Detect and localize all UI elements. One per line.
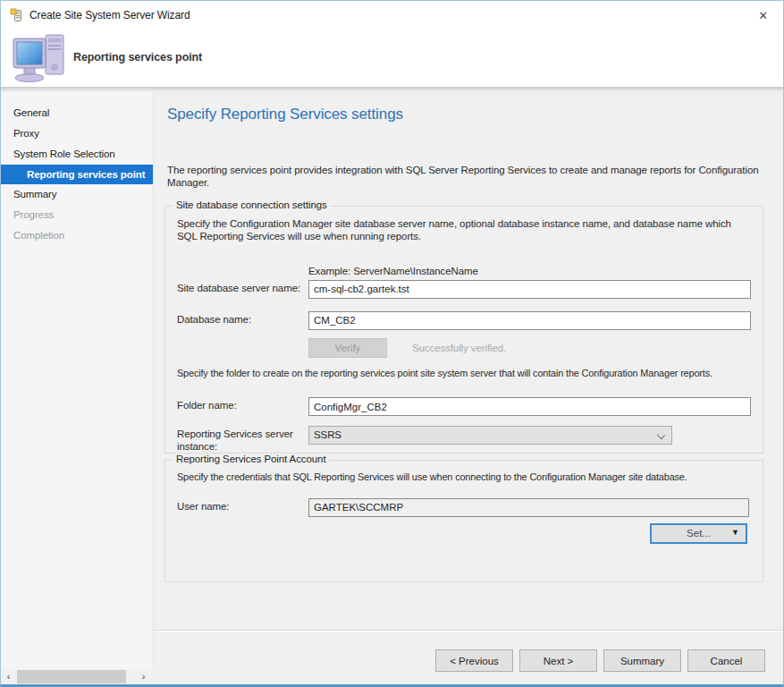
server-name-input[interactable] — [308, 280, 751, 299]
chevron-down-icon — [657, 431, 665, 439]
set-button-label: Set... — [687, 528, 711, 539]
footer-buttons: < Previous Next > Summary Cancel — [435, 649, 765, 672]
window-title: Create Site System Server Wizard — [30, 1, 190, 30]
next-button[interactable]: Next > — [519, 649, 597, 672]
account-group: Reporting Services Point Account Specify… — [164, 460, 763, 582]
reporting-instance-value: SSRS — [314, 429, 341, 440]
site-db-group-title: Site database connection settings — [173, 199, 331, 210]
account-group-title: Reporting Services Point Account — [173, 454, 329, 464]
database-name-label: Database name: — [177, 311, 308, 326]
wizard-nav-sidebar: General Proxy System Role Selection Repo… — [1, 91, 154, 684]
scroll-right-icon[interactable]: › — [136, 669, 151, 684]
reporting-instance-select[interactable]: SSRS — [308, 426, 672, 445]
server-name-row: Site database server name: — [177, 280, 751, 299]
wizard-page-content: Specify Reporting Services settings The … — [154, 91, 783, 630]
nav-item-progress[interactable]: Progress — [1, 205, 153, 225]
page-title: Specify Reporting Services settings — [167, 106, 403, 123]
verify-button[interactable]: Verify — [308, 338, 387, 358]
nav-item-system-role-selection[interactable]: System Role Selection — [1, 144, 153, 165]
username-label: User name: — [177, 498, 308, 513]
instance-row: Reporting Services server instance: SSRS — [177, 426, 751, 452]
summary-button[interactable]: Summary — [603, 649, 681, 672]
folder-description: Specify the folder to create on the repo… — [177, 368, 751, 380]
previous-button[interactable]: < Previous — [435, 649, 513, 672]
set-button-row: Set... ▼ — [177, 523, 751, 544]
server-name-example: Example: ServerName\InstanceName — [308, 266, 751, 276]
wizard-footer: < Previous Next > Summary Cancel — [154, 630, 783, 684]
computer-icon — [12, 33, 67, 85]
titlebar: Create Site System Server Wizard ✕ — [1, 1, 783, 30]
wizard-page-name: Reporting services point — [73, 30, 202, 84]
nav-item-summary[interactable]: Summary — [1, 184, 153, 205]
site-db-settings-group: Site database connection settings Specif… — [164, 206, 763, 454]
server-name-label: Site database server name: — [177, 280, 308, 294]
wizard-window: Create Site System Server Wizard ✕ — [0, 0, 784, 687]
database-name-input[interactable] — [308, 311, 751, 330]
close-icon[interactable]: ✕ — [758, 1, 768, 30]
scrollbar-thumb[interactable] — [17, 670, 126, 683]
verify-row: Verify Successfully verified. — [177, 338, 751, 358]
cancel-button[interactable]: Cancel — [687, 649, 765, 672]
folder-name-row: Folder name: — [177, 397, 751, 416]
folder-name-input[interactable] — [308, 397, 751, 416]
wizard-main-area: Specify Reporting Services settings The … — [154, 91, 783, 684]
page-intro-text: The reporting services point provides in… — [167, 164, 773, 190]
wizard-header: Reporting services point — [1, 30, 783, 87]
nav-item-completion[interactable]: Completion — [1, 225, 153, 246]
database-name-row: Database name: — [177, 311, 751, 330]
folder-name-label: Folder name: — [177, 397, 308, 411]
username-row: User name: — [177, 498, 751, 517]
instance-label: Reporting Services server instance: — [177, 426, 308, 452]
dropdown-arrow-icon: ▼ — [731, 528, 739, 537]
verify-status-text: Successfully verified. — [412, 343, 506, 353]
username-input[interactable] — [308, 498, 749, 517]
nav-item-general[interactable]: General — [1, 103, 153, 123]
site-db-group-description: Specify the Configuration Manager site d… — [177, 217, 751, 243]
set-button[interactable]: Set... ▼ — [650, 523, 747, 544]
nav-item-reporting-services-point[interactable]: Reporting services point — [1, 165, 153, 184]
scroll-left-icon[interactable]: ‹ — [1, 669, 16, 684]
wizard-window-icon — [10, 8, 24, 22]
account-group-description: Specify the credentials that SQL Reporti… — [177, 471, 751, 484]
nav-item-proxy[interactable]: Proxy — [1, 123, 153, 144]
sidebar-horizontal-scrollbar[interactable]: ‹ › — [1, 669, 154, 684]
